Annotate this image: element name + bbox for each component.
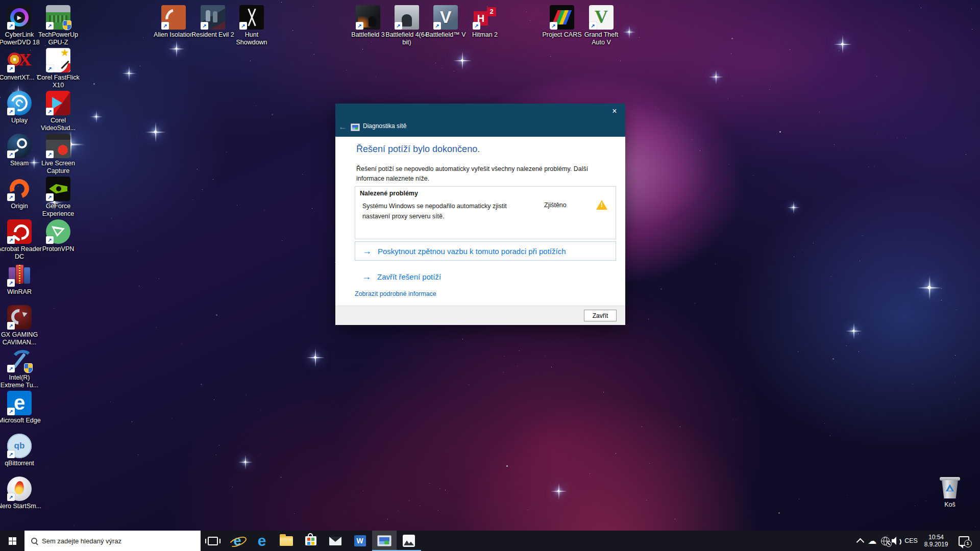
desktop-icon-acrobat-reader[interactable]: ↗ Acrobat Reader DC xyxy=(0,219,39,261)
qbittorrent-icon: ↗ xyxy=(7,434,32,458)
shortcut-arrow-icon: ↗ xyxy=(46,108,54,115)
icon-label: GX GAMING CAVIMAN... xyxy=(0,331,42,346)
file-explorer-icon xyxy=(280,536,293,546)
desktop-icon-project-cars[interactable]: ↗ Project CARS xyxy=(543,5,581,39)
close-troubleshooter-link[interactable]: → Zavřít řešení potíží xyxy=(355,270,441,283)
shortcut-arrow-icon: ↗ xyxy=(7,108,15,115)
close-button[interactable]: Zavřít xyxy=(584,310,617,321)
desktop-icon-alien-isolation[interactable]: ↗ Alien Isolation xyxy=(154,5,193,39)
desktop-icon-fastflick[interactable]: ↗ Corel FastFlick X10 xyxy=(39,48,78,89)
shortcut-arrow-icon: ↗ xyxy=(161,22,169,30)
taskbar-search[interactable] xyxy=(24,531,201,551)
taskbar-photos-button[interactable] xyxy=(397,531,421,551)
edge-icon: ↗ xyxy=(7,391,32,415)
date-label: 8.9.2019 xyxy=(924,541,948,548)
taskbar-store-button[interactable] xyxy=(299,531,323,551)
hitman-2-icon: H2↗ xyxy=(473,5,497,30)
microsoft-store-icon xyxy=(305,536,316,545)
desktop-icon-microsoft-edge[interactable]: ↗ Microsoft Edge xyxy=(0,391,39,424)
desktop-icon-gpuz[interactable]: ↗ TechPowerUp GPU-Z xyxy=(39,5,78,46)
shortcut-arrow-icon: ↗ xyxy=(7,65,15,72)
desktop-icon-geforce-experience[interactable]: ↗ GeForce Experience xyxy=(39,177,78,218)
desktop-icon-hunt-showdown[interactable]: ↗ Hunt Showdown xyxy=(232,5,271,46)
desktop-icon-hitman-2[interactable]: H2↗ Hitman 2 xyxy=(465,5,504,39)
wand-icon xyxy=(61,61,69,69)
bright-star xyxy=(175,47,178,50)
taskbar-mail-button[interactable] xyxy=(323,531,348,551)
taskbar-troubleshooter-button[interactable] xyxy=(372,531,397,551)
gta-v-icon: ↗ xyxy=(589,5,614,30)
details-link[interactable]: Zobrazit podrobné informace xyxy=(355,290,436,297)
mail-icon xyxy=(329,537,341,545)
photos-icon xyxy=(403,535,415,547)
bright-star xyxy=(557,490,560,492)
shortcut-arrow-icon: ↗ xyxy=(201,22,208,30)
desktop-icon-uplay[interactable]: ↗ Uplay xyxy=(0,91,39,124)
desktop-icon-cyberlink-powerdvd[interactable]: ↗ CyberLink PowerDVD 18 xyxy=(0,5,39,46)
edge-icon: e xyxy=(258,533,266,548)
resident-evil-2-icon: ↗ xyxy=(201,5,225,30)
desktop-icon-origin[interactable]: ↗ Origin xyxy=(0,177,39,210)
hunt-showdown-icon: ↗ xyxy=(239,5,264,30)
intel-xtu-icon: ↗ xyxy=(7,348,32,372)
alien-isolation-icon: ↗ xyxy=(161,5,186,30)
chevron-up-icon xyxy=(856,538,864,546)
tray-network-button[interactable] xyxy=(879,531,891,551)
back-arrow-icon[interactable]: ← xyxy=(338,122,347,132)
close-icon[interactable]: × xyxy=(606,105,623,118)
desktop-icon-battlefield-v[interactable]: ↗ Battlefield™ V xyxy=(426,5,465,39)
desktop-icon-battlefield-3[interactable]: ↗ Battlefield 3 xyxy=(349,5,387,39)
desktop-icon-gta-v[interactable]: ↗ Grand Theft Auto V xyxy=(582,5,621,46)
start-button[interactable] xyxy=(0,531,24,551)
shortcut-arrow-icon: ↗ xyxy=(7,322,15,330)
problem-item-status: Zjištěno xyxy=(544,202,567,209)
desktop-icon-qbittorrent[interactable]: ↗ qBittorrent xyxy=(0,434,39,467)
icon-label: qBittorrent xyxy=(0,460,42,467)
desktop-icon-convertx[interactable]: ↗ ConvertXT... 7 xyxy=(0,48,39,82)
taskbar-word-button[interactable] xyxy=(348,531,372,551)
shortcut-arrow-icon: ↗ xyxy=(7,151,15,158)
shortcut-arrow-icon: ↗ xyxy=(433,22,441,30)
shortcut-arrow-icon: ↗ xyxy=(356,22,363,30)
icon-label: Grand Theft Auto V xyxy=(578,31,624,46)
desktop-icon-gx-gaming[interactable]: ↗ GX GAMING CAVIMAN... xyxy=(0,305,39,346)
tray-onedrive-button[interactable] xyxy=(866,531,879,551)
arrow-right-icon: → xyxy=(362,246,372,256)
tray-show-hidden-icons[interactable] xyxy=(854,531,866,551)
recycle-bin-icon xyxy=(939,475,961,499)
desktop-icon-intel-xtu[interactable]: ↗ Intel(R) Extreme Tu... xyxy=(0,348,39,389)
taskbar-internet-explorer-button[interactable]: e xyxy=(225,531,250,551)
desktop-icon-resident-evil-2[interactable]: ↗ Resident Evil 2 xyxy=(193,5,232,39)
icon-label: Corel VideoStud... xyxy=(35,117,81,132)
tray-language-button[interactable]: CES xyxy=(903,531,919,551)
tray-clock[interactable]: 10:54 8.9.2019 xyxy=(919,531,953,551)
desktop-icon-videostudio[interactable]: ↗ Corel VideoStud... xyxy=(39,91,78,132)
icon-label: WinRAR xyxy=(0,288,42,296)
screen-capture-icon: ↗ xyxy=(46,134,70,158)
taskbar-file-explorer-button[interactable] xyxy=(274,531,299,551)
icon-label: Hunt Showdown xyxy=(229,31,275,46)
convertxtodvd-icon: ↗ xyxy=(7,48,32,72)
desktop-icon-protonvpn[interactable]: ↗ ProtonVPN xyxy=(39,219,78,253)
desktop-icon-steam[interactable]: ↗ Steam xyxy=(0,134,39,167)
taskbar-edge-button[interactable]: e xyxy=(250,531,274,551)
bright-star xyxy=(95,116,97,118)
tray-volume-button[interactable] xyxy=(891,531,903,551)
desktop-icon-recycle-bin[interactable]: Koš xyxy=(930,475,969,509)
desktop-icon-live-screen-capture[interactable]: ↗ Live Screen Capture xyxy=(39,134,78,175)
search-input[interactable] xyxy=(24,531,201,551)
feedback-link[interactable]: → Poskytnout zpětnou vazbu k tomuto pora… xyxy=(355,241,616,261)
tray-action-center-button[interactable]: 1 xyxy=(955,531,972,551)
problems-box: Nalezené problémy Systému Windows se nep… xyxy=(355,186,616,239)
shortcut-arrow-icon: ↗ xyxy=(7,236,15,244)
desktop-icon-nero[interactable]: ↗ Nero StartSm... xyxy=(0,477,39,510)
desktop-icon-battlefield-4[interactable]: ↗ Battlefield 4(64 bit) xyxy=(387,5,426,46)
shortcut-arrow-icon: ↗ xyxy=(589,22,597,30)
shortcut-arrow-icon: ↗ xyxy=(7,365,15,372)
desktop-icon-winrar[interactable]: ↗ WinRAR xyxy=(0,262,39,296)
task-view-button[interactable] xyxy=(201,531,225,551)
dialog-titlebar: × ← Diagnostika sítě xyxy=(335,104,625,137)
speaker-icon xyxy=(892,537,903,545)
warning-icon: ! xyxy=(596,200,607,210)
notification-badge: 1 xyxy=(964,540,972,547)
